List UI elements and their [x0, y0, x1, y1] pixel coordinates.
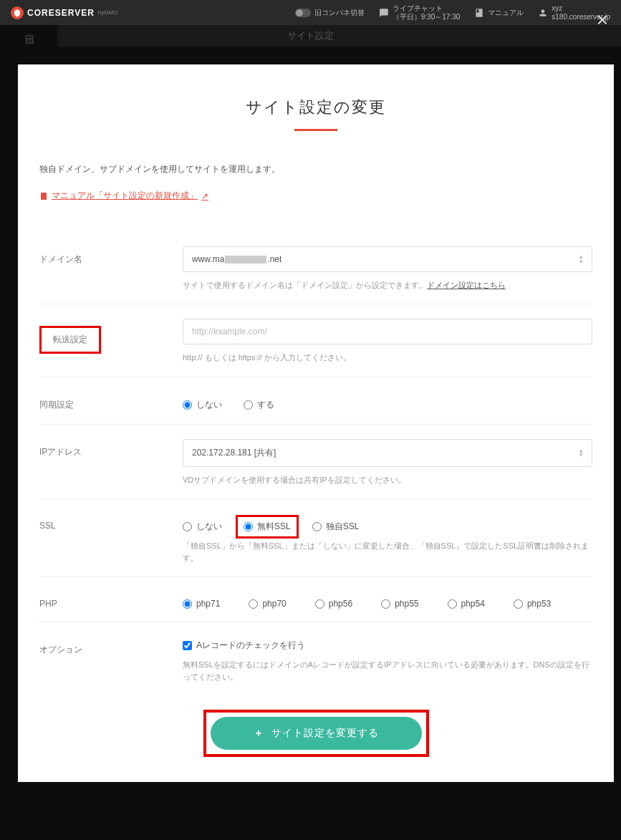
domain-row: ドメイン名 www.ma.net ▴▾ サイトで使用するドメイン名は「ドメイン設…: [39, 232, 592, 304]
sync-no-label: しない: [196, 399, 222, 411]
logo-sub: byGMO: [98, 9, 118, 16]
chat-icon: [379, 8, 389, 18]
livechat-hours: （平日）9:30～17:30: [393, 13, 461, 21]
logo-text: CORESERVER: [27, 8, 95, 18]
php54-label: php54: [461, 599, 485, 609]
domain-help: サイトで使用するドメイン名は「ドメイン設定」から設定できます。ドメイン設定はこち…: [183, 279, 592, 291]
a-record-checkbox[interactable]: Aレコードのチェックを行う: [183, 637, 592, 652]
modal-description: 独自ドメイン、サブドメインを使用してサイトを運用します。: [39, 163, 592, 175]
toggle-icon: [295, 9, 311, 17]
php56-label: php56: [329, 599, 352, 609]
submit-label: サイト設定を変更する: [271, 727, 379, 740]
php54-radio[interactable]: php54: [448, 599, 485, 609]
select-arrows-icon: ▴▾: [579, 254, 583, 264]
sync-row: 同期設定 しない する: [39, 377, 592, 424]
close-button[interactable]: ×: [597, 9, 608, 32]
redirect-input[interactable]: [183, 319, 592, 344]
redirect-label: 転送設定: [39, 326, 101, 354]
ip-help: VDサブドメインを使用する場合は共有IPを設定してください。: [183, 474, 592, 486]
ssl-no-label: しない: [196, 521, 222, 533]
php55-label: php55: [395, 599, 418, 609]
domain-label: ドメイン名: [39, 246, 183, 291]
ssl-label: SSL: [39, 513, 183, 564]
app-header: CORESERVER byGMO 旧コンパネ切替 ライブチャット （平日）9:3…: [0, 0, 621, 25]
submit-button[interactable]: ＋ サイト設定を変更する: [211, 717, 422, 750]
php71-label: php71: [196, 599, 220, 609]
sync-yes-radio[interactable]: する: [244, 399, 274, 411]
plus-icon: ＋: [254, 727, 264, 740]
modal-title: サイト設定の変更: [39, 97, 592, 118]
sync-label: 同期設定: [39, 392, 183, 411]
domain-select[interactable]: www.ma.net ▴▾: [183, 246, 592, 272]
domain-settings-link[interactable]: ドメイン設定はこちら: [427, 281, 506, 289]
ssl-free-label: 無料SSL: [257, 521, 291, 533]
php-label: PHP: [39, 592, 183, 609]
php70-label: php70: [262, 599, 286, 609]
ssl-no-radio[interactable]: しない: [183, 521, 222, 533]
ssl-help: 「独自SSL」から「無料SSL」または「しない」に変更した場合、「独自SSL」で…: [183, 540, 592, 564]
php71-radio[interactable]: php71: [183, 599, 220, 609]
submit-highlight: ＋ サイト設定を変更する: [203, 710, 429, 757]
ssl-row: SSL しない 無料SSL 独自SSL 「独自SSL」から「無料SSL」または「…: [39, 498, 592, 576]
select-arrows-icon: ▴▾: [579, 448, 583, 458]
domain-redacted: [225, 256, 266, 264]
external-link-icon: ↗: [201, 191, 208, 201]
manual-label: マニュアル: [488, 8, 524, 18]
manual-guide-link[interactable]: マニュアル「サイト設定の新規作成」 ↗: [39, 190, 208, 202]
php70-radio[interactable]: php70: [249, 599, 286, 609]
ssl-own-label: 独自SSL: [326, 521, 360, 533]
old-panel-label: 旧コンパネ切替: [314, 8, 365, 18]
livechat-link[interactable]: ライブチャット （平日）9:30～17:30: [379, 4, 461, 21]
ip-select[interactable]: 202.172.28.181 [共有] ▴▾: [183, 439, 592, 467]
ssl-own-radio[interactable]: 独自SSL: [312, 521, 360, 533]
old-panel-toggle[interactable]: 旧コンパネ切替: [295, 8, 365, 18]
book-icon: [39, 192, 48, 201]
a-record-label: Aレコードのチェックを行う: [196, 639, 305, 652]
php53-label: php53: [527, 599, 551, 609]
redirect-help: http:// もしくは https:// から入力してください。: [183, 352, 592, 364]
logo-icon: [11, 6, 24, 19]
user-icon: [538, 8, 548, 18]
livechat-title: ライブチャット: [393, 4, 461, 13]
ssl-free-radio[interactable]: 無料SSL: [244, 521, 291, 533]
sync-no-radio[interactable]: しない: [183, 399, 222, 411]
book-icon: [474, 8, 484, 18]
sync-yes-label: する: [257, 399, 274, 411]
domain-value: www.ma.net: [192, 254, 281, 264]
manual-link-text: マニュアル「サイト設定の新規作成」: [52, 190, 198, 202]
php55-radio[interactable]: php55: [381, 599, 418, 609]
title-underline: [294, 129, 337, 131]
option-help: 無料SSLを設定するにはドメインのAレコードが設定するIPアドレスに向いている必…: [183, 659, 592, 682]
option-row: オプション Aレコードのチェックを行う 無料SSLを設定するにはドメインのAレコ…: [39, 622, 592, 695]
site-settings-modal: サイト設定の変更 独自ドメイン、サブドメインを使用してサイトを運用します。 マニ…: [18, 64, 614, 782]
php53-radio[interactable]: php53: [514, 599, 551, 609]
redirect-row: 転送設定 http:// もしくは https:// から入力してください。: [39, 304, 592, 377]
logo[interactable]: CORESERVER byGMO: [11, 6, 117, 19]
ip-value: 202.172.28.181 [共有]: [192, 447, 276, 459]
manual-link[interactable]: マニュアル: [474, 8, 524, 18]
php-row: PHP php71 php70 php56 php55 php54 php53: [39, 576, 592, 622]
option-label: オプション: [39, 637, 183, 682]
php56-radio[interactable]: php56: [315, 599, 352, 609]
ip-row: IPアドレス 202.172.28.181 [共有] ▴▾ VDサブドメインを使…: [39, 424, 592, 499]
ip-label: IPアドレス: [39, 439, 183, 486]
